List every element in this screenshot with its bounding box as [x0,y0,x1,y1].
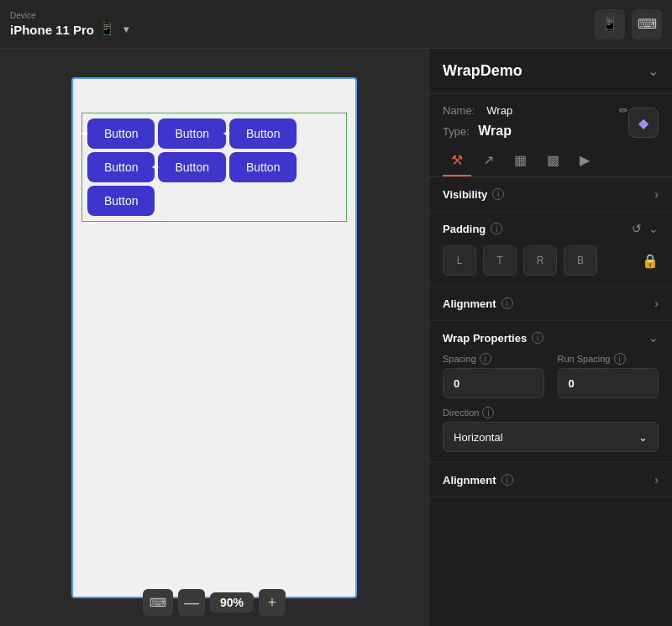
reset-icon[interactable]: ↺ [632,222,642,235]
padding-chevron-icon: ⌄ [648,222,659,235]
padding-title: Padding [443,223,486,235]
visibility-title: Visibility [443,188,487,201]
name-row: Name: Wrap ✏ [443,104,628,117]
wrap-button-5[interactable]: Button [158,152,225,182]
wrap-alignment-chevron-icon: › [654,473,659,487]
wrap-button-4[interactable]: Button [87,152,155,182]
zoom-out-button[interactable]: — [178,589,205,616]
device-label: Device [10,11,129,20]
wrap-properties-title: Wrap Properties [443,332,527,345]
padding-right-input[interactable]: R [523,245,557,276]
alignment-title: Alignment [443,297,496,310]
alignment-title-row: Alignment i [443,297,513,310]
wrap-properties-section: Wrap Properties i ⌄ Spacing i 0 [429,321,672,463]
padding-inputs: L T R B 🔒 [443,245,659,276]
direction-select[interactable]: Horizontal ⌄ [443,422,659,452]
wrap-alignment-title: Alignment [443,474,496,487]
top-bar-icons: 📱 ⌨ [595,9,662,39]
alignment-chevron-icon: › [654,297,659,310]
spacing-col: Spacing i 0 [443,353,544,398]
wrap-properties-title-row: Wrap Properties i [443,332,543,345]
padding-info-icon: i [491,223,502,234]
panel-header: WrapDemo ⌄ [429,49,672,94]
visibility-info-icon: i [492,188,504,200]
run-spacing-input[interactable]: 0 [558,368,659,398]
padding-actions: ↺ ⌄ [632,222,659,235]
wrap-alignment-info-icon: i [501,474,513,486]
canvas-area[interactable]: Button ✦ Button Button ✦ Button Button ✦… [0,49,428,626]
spacing-info-icon: i [480,353,491,365]
run-spacing-label: Run Spacing i [558,353,659,365]
visibility-chevron-icon: › [654,187,659,201]
padding-left-input[interactable]: L [443,245,476,276]
wrap-button-2[interactable]: Button [158,118,225,149]
wrap-buttons: Button ✦ Button Button ✦ Button Button ✦… [87,118,341,216]
chevron-down-icon: ▾ [123,24,129,35]
phone-frame: Button ✦ Button Button ✦ Button Button ✦… [71,77,357,598]
direction-info-icon: i [482,407,494,418]
wrap-properties-chevron-icon: ⌄ [648,331,659,345]
tab-grid[interactable]: ▦ [506,145,535,176]
wrap-button-7[interactable]: Button [87,186,155,216]
run-spacing-col: Run Spacing i 0 [558,353,659,398]
type-value: Wrap [478,124,512,138]
panel-tabs: ⚒ ↗ ▦ ▩ ▶ [429,145,672,177]
tab-layout[interactable]: ⚒ [443,145,471,176]
padding-section-header[interactable]: Padding i ↺ ⌄ [443,222,659,235]
spacing-row: Spacing i 0 Run Spacing i 0 [443,353,659,398]
wrap-button-6[interactable]: Button [229,152,297,182]
wrap-alignment-section: Alignment i › [429,463,672,497]
name-label: Name: [443,104,475,117]
device-name: iPhone 11 Pro 📱 ▾ [10,22,129,37]
direction-row: Direction i Horizontal ⌄ [443,407,659,452]
type-row: Type: Wrap [443,120,628,145]
padding-section: Padding i ↺ ⌄ L T R B 🔒 [429,212,672,287]
panel-chevron-icon[interactable]: ⌄ [648,63,659,79]
spacing-label: Spacing i [443,353,544,365]
panel-title: WrapDemo [443,62,522,80]
tab-play[interactable]: ▶ [571,145,598,176]
direction-label-row: Direction i [443,407,659,418]
wrap-button-1[interactable]: Button [87,118,155,149]
wrap-button-3[interactable]: Button [229,118,297,149]
alignment-info-icon: i [501,297,513,309]
phone-view-button[interactable]: 📱 [595,9,625,39]
name-value: Wrap [486,104,512,117]
keyboard-toggle-button[interactable]: ⌨ [143,589,173,616]
edit-icon[interactable]: ✏ [619,104,628,117]
wrap-alignment-header[interactable]: Alignment i › [443,473,659,487]
lock-icon[interactable]: 🔒 [642,253,659,269]
visibility-title-row: Visibility i [443,188,504,201]
wrap-alignment-title-row: Alignment i [443,474,513,487]
wrap-properties-info-icon: i [532,332,543,344]
bottom-bar: ⌨ — 90% + [143,589,286,616]
alignment-section-header[interactable]: Alignment i › [443,297,659,310]
direction-chevron-icon: ⌄ [638,431,648,444]
type-label: Type: [443,125,470,138]
keyboard-button[interactable]: ⌨ [632,9,662,39]
top-bar: Device iPhone 11 Pro 📱 ▾ 📱 ⌨ [0,0,672,49]
device-selector[interactable]: Device iPhone 11 Pro 📱 ▾ [10,11,129,37]
zoom-label: 90% [210,592,254,613]
zoom-in-button[interactable]: + [259,589,286,616]
visibility-section: Visibility i › [429,177,672,212]
phone-icon: 📱 [99,22,115,37]
main-content: Button ✦ Button Button ✦ Button Button ✦… [0,49,672,626]
padding-bottom-input[interactable]: B [564,245,597,276]
padding-title-row: Padding i [443,223,502,235]
diamond-button[interactable]: ◆ [628,108,659,138]
alignment-section: Alignment i › [429,287,672,321]
wrap-properties-header[interactable]: Wrap Properties i ⌄ [443,331,659,345]
right-panel: WrapDemo ⌄ Name: Wrap ✏ Type: Wrap ◆ [428,49,672,626]
visibility-section-header[interactable]: Visibility i › [443,187,659,201]
tab-interaction[interactable]: ↗ [475,145,502,176]
run-spacing-info-icon: i [614,353,626,365]
padding-top-input[interactable]: T [483,245,517,276]
wrap-container: Button ✦ Button Button ✦ Button Button ✦… [81,113,347,222]
tab-data[interactable]: ▩ [538,145,568,176]
spacing-input[interactable]: 0 [443,368,544,398]
